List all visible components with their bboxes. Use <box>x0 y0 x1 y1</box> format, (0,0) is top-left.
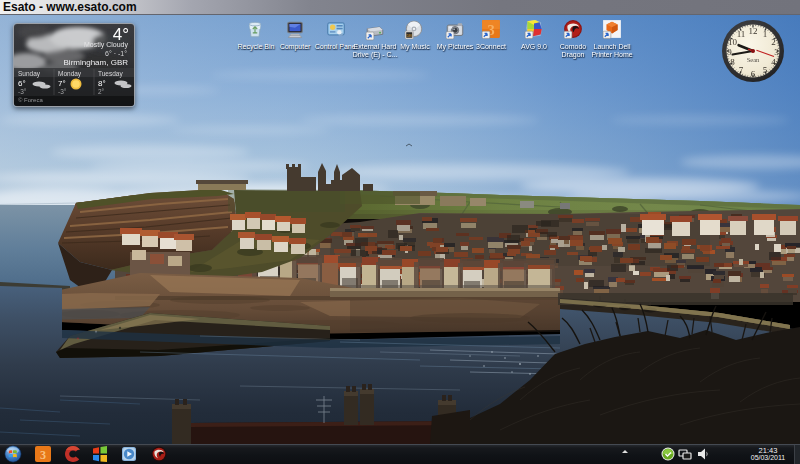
svg-text:10: 10 <box>728 37 738 47</box>
svg-text:11: 11 <box>737 29 746 39</box>
svg-text:4: 4 <box>771 57 776 67</box>
svg-text:Sean: Sean <box>747 56 760 63</box>
svg-text:8: 8 <box>730 57 735 67</box>
svg-text:DB: DB <box>406 33 412 38</box>
svg-text:1: 1 <box>763 29 768 39</box>
svg-text:2: 2 <box>771 37 776 47</box>
svg-text:9: 9 <box>727 47 732 57</box>
svg-text:3: 3 <box>40 448 46 462</box>
svg-text:6: 6 <box>751 69 756 79</box>
svg-text:3: 3 <box>774 47 779 57</box>
svg-text:7: 7 <box>739 65 744 75</box>
svg-text:5: 5 <box>763 65 768 75</box>
svg-text:12: 12 <box>749 26 758 36</box>
